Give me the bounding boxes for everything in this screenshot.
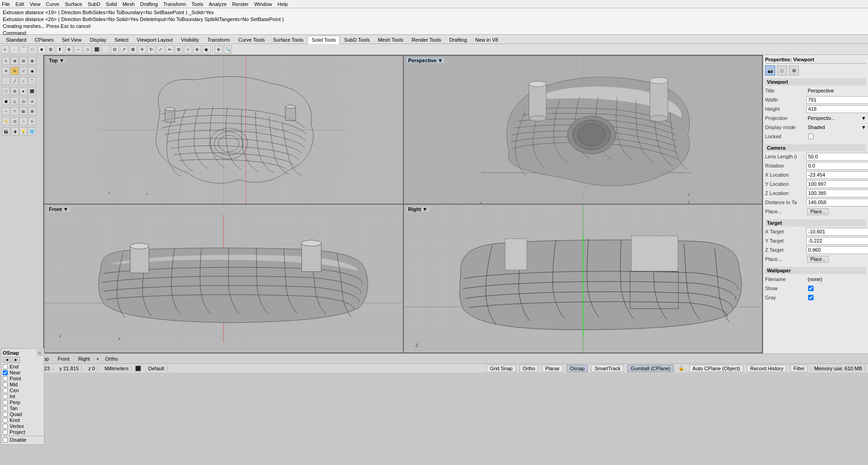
viewport-top[interactable]: Top ▼ bbox=[44, 55, 403, 204]
menu-tools[interactable]: Tools bbox=[192, 1, 204, 7]
tab-curve-tools[interactable]: Curve Tools bbox=[234, 36, 269, 44]
plane-btn[interactable]: ⊟ bbox=[11, 87, 19, 95]
osnap-close-btn[interactable]: × bbox=[37, 350, 43, 356]
prop-width-input[interactable] bbox=[806, 96, 868, 104]
rotate-tool[interactable]: ↻ bbox=[11, 67, 19, 75]
status-record-history-btn[interactable]: Record History bbox=[747, 365, 787, 372]
status-auto-cplane-btn[interactable]: Auto CPlane (Object) bbox=[689, 365, 743, 372]
osnap-item-quad[interactable]: Quad bbox=[3, 411, 43, 417]
tb-move[interactable]: ✛ bbox=[138, 45, 146, 54]
osnap-item-project[interactable]: Project bbox=[3, 429, 43, 435]
vp-tab-right[interactable]: Right bbox=[74, 355, 94, 363]
cone-btn[interactable]: △ bbox=[11, 97, 19, 105]
cam-icon-settings[interactable]: ⚙ bbox=[789, 65, 799, 76]
tb-chamfer[interactable]: ◇ bbox=[83, 45, 91, 54]
material-btn[interactable]: ◑ bbox=[11, 127, 19, 135]
box-btn[interactable]: ◼ bbox=[2, 97, 10, 105]
menu-render[interactable]: Render bbox=[232, 1, 249, 7]
osnap-next-btn[interactable]: ► bbox=[12, 357, 20, 363]
osnap-item-near[interactable]: Near bbox=[3, 370, 43, 375]
menu-file[interactable]: File bbox=[2, 1, 10, 7]
osnap-point-check[interactable] bbox=[3, 376, 8, 381]
prop-target-location-btn[interactable]: Place... bbox=[807, 256, 829, 263]
tb-shell[interactable]: ⬜ bbox=[102, 45, 110, 54]
viewport-right[interactable]: Right ▼ bbox=[403, 204, 763, 353]
tb-cap[interactable]: ⬛ bbox=[92, 45, 101, 54]
circle-btn[interactable]: ○ bbox=[19, 77, 27, 85]
tb-fillet[interactable]: ⌣ bbox=[74, 45, 82, 54]
hatch-btn[interactable]: ▤ bbox=[19, 107, 27, 115]
prop-projection-dropdown-icon[interactable]: ▼ bbox=[861, 115, 866, 121]
select-btn[interactable]: ↖ bbox=[2, 57, 10, 65]
block-btn[interactable]: ⊞ bbox=[28, 107, 36, 115]
osnap-disable-check[interactable] bbox=[3, 438, 8, 443]
menu-help[interactable]: Help bbox=[278, 1, 288, 7]
tab-mesh-tools[interactable]: Mesh Tools bbox=[374, 36, 407, 44]
render-btn[interactable]: 🎬 bbox=[2, 127, 10, 135]
osnap-item-mid[interactable]: Mid bbox=[3, 382, 43, 387]
prop-y-target-input[interactable] bbox=[806, 237, 868, 245]
tb-cplane[interactable]: ⊕ bbox=[193, 45, 201, 54]
osnap-knot-check[interactable] bbox=[3, 418, 8, 423]
tb-wire[interactable]: ⊟ bbox=[111, 45, 119, 54]
vp-tab-add-btn[interactable]: + bbox=[96, 356, 99, 362]
viewport-perspective-label[interactable]: Perspective ▼ bbox=[407, 58, 445, 63]
status-smarttrack-btn[interactable]: SmartTrack bbox=[591, 365, 623, 372]
osnap-perp-check[interactable] bbox=[3, 400, 8, 405]
tb-zoom-ext[interactable]: ⊛ bbox=[214, 45, 223, 54]
tab-solid-tools[interactable]: Solid Tools bbox=[307, 36, 340, 44]
menu-analyze[interactable]: Analyze bbox=[209, 1, 226, 7]
prop-cam-location-btn[interactable]: Place... bbox=[807, 208, 829, 215]
status-filter-btn[interactable]: Filter bbox=[790, 365, 808, 372]
osnap-int-check[interactable] bbox=[3, 394, 8, 399]
status-ortho-btn[interactable]: Ortho bbox=[520, 365, 539, 372]
torus-btn[interactable]: ◎ bbox=[19, 97, 27, 105]
osnap-item-tan[interactable]: Tan bbox=[3, 406, 43, 411]
menu-view[interactable]: View bbox=[30, 1, 41, 7]
prop-x-target-input[interactable] bbox=[806, 228, 868, 236]
gumball-tool[interactable]: ◉ bbox=[28, 67, 36, 75]
osnap-mid-check[interactable] bbox=[3, 382, 8, 387]
prop-z-location-input[interactable] bbox=[806, 189, 868, 197]
tb-zoom-in[interactable]: 🔍 bbox=[224, 45, 232, 54]
osnap-item-perp[interactable]: Perp bbox=[3, 400, 43, 405]
viewport-front[interactable]: Front ▼ bbox=[44, 204, 403, 353]
curvature-btn[interactable]: ⌣ bbox=[19, 117, 27, 125]
arc-btn[interactable]: ⌒ bbox=[28, 77, 36, 85]
osnap-item-vertex[interactable]: Vertex bbox=[3, 423, 43, 429]
status-planar-btn[interactable]: Planar bbox=[542, 365, 563, 372]
tab-subd-tools[interactable]: SubD Tools bbox=[340, 36, 374, 44]
osnap-quad-check[interactable] bbox=[3, 412, 8, 417]
status-color-label[interactable]: Default bbox=[145, 366, 167, 371]
env-btn[interactable]: 🌐 bbox=[28, 127, 36, 135]
tab-viewport-layout[interactable]: Viewport Layout bbox=[133, 36, 177, 44]
tb-snap[interactable]: ⊹ bbox=[184, 45, 192, 54]
tb-solid[interactable]: ■ bbox=[38, 45, 46, 54]
menu-curve[interactable]: Curve bbox=[46, 1, 59, 7]
tb-mesh[interactable]: ⊞ bbox=[47, 45, 55, 54]
tb-extract[interactable]: ↗ bbox=[120, 45, 128, 54]
osnap-cen-check[interactable] bbox=[3, 388, 8, 393]
dim-btn[interactable]: ↔ bbox=[2, 107, 10, 115]
menu-subd[interactable]: SubD bbox=[88, 1, 101, 7]
tab-standard[interactable]: Standard bbox=[2, 36, 31, 44]
osnap-item-cen[interactable]: Cen bbox=[3, 388, 43, 393]
cam-icon-display[interactable]: □ bbox=[777, 65, 787, 76]
prop-distance-input[interactable] bbox=[806, 199, 868, 206]
menu-solid[interactable]: Solid bbox=[106, 1, 117, 7]
osnap-item-int[interactable]: Int bbox=[3, 394, 43, 399]
tb-point[interactable]: · bbox=[10, 45, 18, 54]
menu-window[interactable]: Window bbox=[254, 1, 272, 7]
osnap-near-check[interactable] bbox=[3, 370, 8, 375]
tab-display[interactable]: Display bbox=[86, 36, 110, 44]
cylinder-btn[interactable]: ⬛ bbox=[28, 87, 36, 95]
tb-gumball[interactable]: ◉ bbox=[202, 45, 210, 54]
polyline-btn[interactable]: ╱ bbox=[11, 77, 19, 85]
osnap-prev-btn[interactable]: ◄ bbox=[3, 357, 11, 363]
status-osnap-btn[interactable]: Osnap bbox=[567, 365, 588, 372]
prop-z-target-input[interactable] bbox=[806, 246, 868, 254]
select-region-btn[interactable]: ⊞ bbox=[11, 57, 19, 65]
prop-rotation-input[interactable] bbox=[806, 162, 868, 170]
prop-lens-input[interactable] bbox=[806, 153, 868, 161]
select-all-btn[interactable]: ⊠ bbox=[28, 57, 36, 65]
